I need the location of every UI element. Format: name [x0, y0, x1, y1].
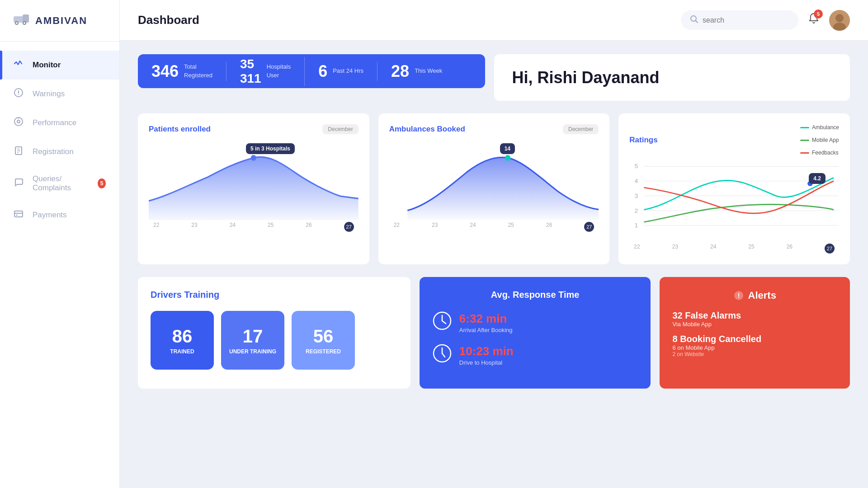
stat-registered-num: 346: [151, 62, 179, 81]
drivers-trained-label: TRAINED: [170, 348, 194, 355]
header-actions: 5: [807, 10, 850, 31]
alert-num-1: 32 False Alarms: [672, 310, 837, 321]
charts-row: Patients enrolled December: [138, 113, 850, 264]
svg-text:1: 1: [635, 222, 638, 229]
patients-chart: 5 in 3 Hospitals: [149, 139, 359, 220]
sidebar-item-warnings[interactable]: Warnings: [0, 80, 119, 108]
svg-rect-15: [14, 211, 23, 217]
drivers-under-label: UNDER TRAINING: [229, 348, 276, 355]
stat-past24: 6 Past 24 Hrs: [305, 62, 377, 81]
clock-icon-1: [432, 311, 452, 334]
alert-num-2: 8 Booking Cancelled: [672, 334, 837, 344]
ratings-chart-title: Ratings: [629, 136, 657, 145]
svg-point-23: [251, 155, 256, 161]
svg-line-38: [442, 321, 446, 324]
stats-bar: 346 Total Registered 35 311 Hospitals Us…: [138, 54, 485, 88]
greeting-card: Hi, Rishi Dayanand: [494, 54, 850, 101]
patients-chart-title: Patients enrolled: [149, 125, 211, 134]
sidebar-item-payments-label: Payments: [33, 211, 67, 220]
ratings-tooltip: 4.2: [809, 173, 826, 184]
alert-desc-2: 6 on Mobile App: [672, 344, 837, 351]
drivers-under-box: 17 UNDER TRAINING: [221, 311, 284, 370]
patients-chart-header: Patients enrolled December: [149, 124, 359, 134]
ratings-chart-header: Ratings Ambulance Mobile App Feedback: [629, 124, 839, 156]
avg-label-2: Drive to Hospital: [459, 359, 514, 366]
patients-enrolled-card: Patients enrolled December: [138, 113, 369, 264]
greeting-text: Hi, Rishi Dayanand: [512, 68, 660, 87]
ambulances-x-labels: 22 23 24 25 26 27: [389, 222, 599, 232]
sidebar-item-monitor-label: Monitor: [33, 61, 61, 70]
drivers-registered-label: REGISTERED: [306, 348, 341, 355]
patients-chart-badge: December: [322, 124, 358, 134]
queries-badge: 5: [98, 178, 106, 188]
ambulances-tooltip: 14: [500, 143, 515, 154]
drivers-trained-box: 86 TRAINED: [151, 311, 214, 370]
stat-thisweek: 28 This Week: [377, 62, 456, 81]
avg-title: Avg. Response Time: [491, 290, 580, 300]
search-input[interactable]: [703, 16, 789, 24]
drivers-title: Drivers Training: [151, 290, 398, 300]
bell-badge: 5: [814, 9, 823, 19]
legend-feedbacks-dot: [800, 152, 809, 154]
bottom-row: Drivers Training 86 TRAINED 17 UNDER TRA…: [138, 277, 850, 389]
monitor-icon: [14, 59, 24, 71]
avg-item-1: 6:32 min Arrival After Booking: [432, 311, 638, 334]
queries-icon: [14, 177, 24, 190]
legend-mobile-app: Mobile App: [800, 137, 839, 143]
svg-point-10: [17, 120, 20, 123]
clock-icon-2: [432, 343, 452, 367]
alert-exclamation-icon: !: [734, 291, 744, 300]
sidebar-item-registration-label: Registration: [33, 147, 74, 156]
svg-point-3: [16, 22, 18, 24]
top-row: 346 Total Registered 35 311 Hospitals Us…: [138, 54, 850, 101]
svg-text:5: 5: [635, 163, 638, 170]
performance-icon: [14, 117, 24, 129]
svg-point-18: [691, 16, 696, 21]
svg-point-5: [24, 22, 25, 24]
vehicle-icon: [14, 13, 29, 28]
drivers-under-num: 17: [243, 326, 263, 347]
dashboard-content: 346 Total Registered 35 311 Hospitals Us…: [120, 41, 868, 488]
page-title: Dashboard: [138, 13, 681, 27]
header: Dashboard 5: [120, 0, 868, 41]
stat-hospitals: 35 311 Hospitals User: [226, 57, 305, 86]
drivers-registered-box: 56 REGISTERED: [292, 311, 355, 370]
sidebar-item-payments[interactable]: Payments: [0, 201, 119, 230]
hospitals-num: 35: [240, 57, 261, 71]
alert-desc-1: Via Mobile App: [672, 321, 837, 328]
stat-registered-label: Total Registered: [184, 63, 212, 79]
stat-hospitals-label: Hospitals User: [267, 63, 291, 79]
alerts-card: ! Alerts 32 False Alarms Via Mobile App …: [660, 277, 850, 389]
ambulances-chart-header: Ambulances Booked December: [389, 124, 599, 134]
avg-info-2: 10:23 min Drive to Hospital: [459, 344, 514, 366]
svg-text:3: 3: [635, 192, 638, 199]
sidebar-item-monitor[interactable]: Monitor: [0, 51, 119, 80]
sidebar: AMBIVAN Monitor Warnings Performance: [0, 0, 120, 488]
ambulances-chart-title: Ambulances Booked: [389, 125, 465, 134]
svg-text:4: 4: [635, 178, 638, 185]
alerts-title: ! Alerts: [672, 290, 837, 301]
logo: AMBIVAN: [0, 0, 101, 41]
svg-rect-1: [23, 14, 29, 23]
sidebar-item-queries[interactable]: Queries/ Complaints 5: [0, 166, 119, 201]
ratings-x-labels: 22 23 24 25 26 27: [629, 244, 839, 253]
svg-line-41: [442, 353, 445, 357]
sidebar-item-performance[interactable]: Performance: [0, 108, 119, 137]
avg-item-2: 10:23 min Drive to Hospital: [432, 343, 638, 367]
search-icon: [690, 15, 698, 25]
ambulances-chart-badge: December: [563, 124, 599, 134]
stat-past24-num: 6: [318, 62, 327, 81]
notification-bell[interactable]: 5: [807, 12, 820, 28]
stat-thisweek-num: 28: [391, 62, 409, 81]
stat-past24-label: Past 24 Hrs: [333, 67, 363, 75]
avg-time-2: 10:23 min: [459, 344, 514, 358]
sidebar-item-registration[interactable]: Registration: [0, 137, 119, 166]
drivers-registered-num: 56: [313, 326, 334, 347]
ambulances-chart: 14: [389, 139, 599, 220]
sidebar-item-warnings-label: Warnings: [33, 89, 65, 99]
avg-info-1: 6:32 min Arrival After Booking: [459, 312, 513, 333]
avatar[interactable]: [829, 10, 850, 31]
legend-feedbacks: Feedbacks: [800, 150, 839, 156]
warning-icon: [14, 88, 24, 100]
drivers-trained-num: 86: [172, 326, 193, 347]
